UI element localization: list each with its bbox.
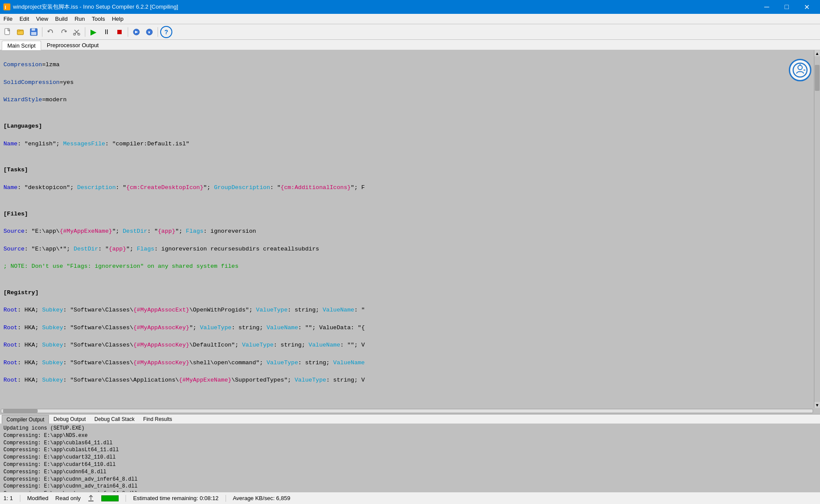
upload-icon: [87, 495, 94, 502]
code-line: Name: "desktopicon"; Description: "{cm:C…: [3, 183, 810, 192]
svg-text:▼: ▼: [147, 30, 151, 35]
app-icon: I: [3, 3, 10, 10]
toolbar: ▶ ⏸ ⏹ ▼ ?: [0, 24, 820, 40]
estimated-time: Estimated time remaining: 0:08:12: [133, 495, 218, 501]
tab-main-script[interactable]: Main Script: [2, 41, 41, 50]
code-line: Root: HKA; Subkey: "Software\Classes\{#M…: [3, 324, 810, 332]
code-line: Root: HKA; Subkey: "Software\Classes\{#M…: [3, 341, 810, 350]
code-line: WizardStyle=modern: [3, 96, 810, 104]
new-button[interactable]: [2, 26, 14, 38]
run-button[interactable]: ▶: [87, 26, 100, 38]
output-line: Compressing: E:\app\cudnn_adv_train64_8.…: [3, 483, 817, 490]
menu-bar: File Edit View Build Run Tools Help: [0, 14, 820, 24]
watermark-icon: [789, 59, 811, 81]
status-bar: 1: 1 Modified Read only Estimated time r…: [0, 492, 820, 504]
status-divider-3: [226, 495, 226, 502]
save-button[interactable]: [28, 26, 40, 38]
window-controls: ─ □ ✕: [757, 0, 817, 14]
svg-rect-5: [17, 30, 20, 31]
code-line: [Registry]: [3, 289, 810, 297]
separator-1: [42, 27, 42, 37]
status-divider-2: [126, 495, 126, 502]
stop-button[interactable]: ⏹: [113, 26, 126, 38]
bottom-tab-bar: Compiler Output Debug Output Debug Call …: [0, 414, 820, 424]
code-line: [Files]: [3, 210, 810, 218]
help-button[interactable]: ?: [160, 26, 172, 38]
output-line: Compressing: E:\app\cudart64_110.dll: [3, 461, 817, 469]
main-area: Compression=lzma SolidCompression=yes Wi…: [0, 50, 820, 504]
build-button[interactable]: ▼: [143, 26, 155, 38]
tab-debug-call-stack[interactable]: Debug Call Stack: [90, 415, 139, 424]
menu-file[interactable]: File: [0, 14, 16, 24]
window-title: windproject安装包脚本.iss - Inno Setup Compil…: [13, 3, 757, 11]
open-button[interactable]: [15, 26, 27, 38]
code-line: [Tasks]: [3, 166, 810, 174]
code-line: Root: HKA; Subkey: "Software\Classes\App…: [3, 376, 810, 385]
menu-build[interactable]: Build: [52, 14, 71, 24]
svg-rect-20: [88, 501, 94, 501]
undo-button[interactable]: [45, 26, 57, 38]
tab-preprocessor-output[interactable]: Preprocessor Output: [41, 40, 104, 50]
svg-rect-7: [32, 29, 35, 31]
code-line: SolidCompression=yes: [3, 78, 810, 87]
menu-tools[interactable]: Tools: [88, 14, 108, 24]
output-content[interactable]: Updating icons (SETUP.EXE) Compressing: …: [0, 424, 820, 492]
code-line: Source: "E:\app\{#MyAppExeName}"; DestDi…: [3, 227, 810, 236]
editor-area: Compression=lzma SolidCompression=yes Wi…: [0, 50, 820, 408]
horizontal-scrollbar[interactable]: [0, 408, 820, 414]
progress-bar: [101, 495, 119, 501]
menu-run[interactable]: Run: [71, 14, 88, 24]
output-line: Compressing: E:\app\cudnn_adv_infer64_8.…: [3, 476, 817, 483]
pause-button[interactable]: ⏸: [100, 26, 113, 38]
editor-content[interactable]: Compression=lzma SolidCompression=yes Wi…: [0, 50, 814, 408]
separator-4: [158, 27, 158, 37]
menu-edit[interactable]: Edit: [16, 14, 32, 24]
menu-help[interactable]: Help: [108, 14, 127, 24]
maximize-button[interactable]: □: [777, 0, 797, 14]
output-line: Compressing: E:\app\NDS.exe: [3, 432, 817, 440]
separator-2: [85, 27, 85, 37]
redo-button[interactable]: [58, 26, 70, 38]
code-line: [Languages]: [3, 122, 810, 131]
output-line: Compressing: E:\app\cublasLt64_11.dll: [3, 446, 817, 454]
svg-text:I: I: [5, 5, 6, 10]
tab-debug-output[interactable]: Debug Output: [49, 415, 90, 424]
cut-button[interactable]: [71, 26, 83, 38]
separator-3: [128, 27, 128, 37]
output-line: Updating icons (SETUP.EXE): [3, 425, 817, 432]
output-line: Compressing: E:\app\cublas64_11.dll: [3, 440, 817, 447]
close-button[interactable]: ✕: [797, 0, 817, 14]
code-line: Compression=lzma: [3, 61, 810, 69]
output-panel: Compiler Output Debug Output Debug Call …: [0, 414, 820, 492]
vertical-scrollbar[interactable]: ▲ ▼: [814, 50, 820, 408]
svg-point-17: [798, 65, 802, 70]
code-line: Root: HKA; Subkey: "Software\Classes\{#M…: [3, 306, 810, 315]
minimize-button[interactable]: ─: [757, 0, 777, 14]
modified-indicator: Modified: [27, 495, 48, 501]
output-line: Compressing: E:\app\cudnn64_8.dll: [3, 469, 817, 476]
output-line: Compressing: E:\app\cudart32_110.dll: [3, 454, 817, 461]
tab-compiler-output[interactable]: Compiler Output: [2, 415, 49, 424]
code-line: Source: "E:\app\*"; DestDir: "{app}"; Fl…: [3, 245, 810, 254]
code-line: ; NOTE: Don't use "Flags: ignoreversion"…: [3, 262, 810, 271]
menu-view[interactable]: View: [32, 14, 52, 24]
title-bar: I windproject安装包脚本.iss - Inno Setup Comp…: [0, 0, 820, 14]
svg-rect-8: [31, 32, 36, 35]
status-divider-1: [20, 495, 20, 502]
tab-find-results[interactable]: Find Results: [139, 415, 177, 424]
compile-button[interactable]: [130, 26, 142, 38]
code-line: Name: "english"; MessagesFile: "compiler…: [3, 140, 810, 148]
read-only-indicator: Read only: [55, 495, 81, 501]
cursor-position: 1: 1: [3, 495, 13, 501]
tab-bar: Main Script Preprocessor Output: [0, 40, 820, 50]
code-line: Root: HKA; Subkey: "Software\Classes\{#M…: [3, 359, 810, 367]
average-kb: Average KB/sec: 6,859: [233, 495, 291, 501]
